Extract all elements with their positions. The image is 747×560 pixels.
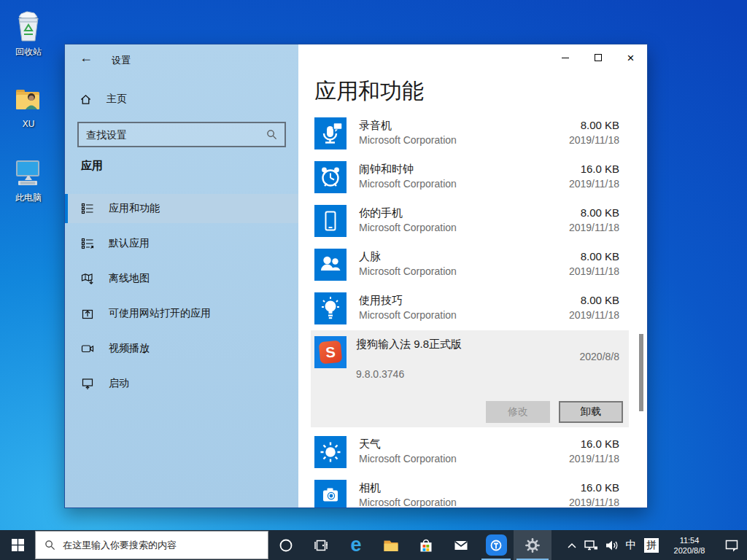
system-tray: 中 拼 11:54 2020/8/8: [563, 530, 747, 560]
app-publisher: Microsoft Corporation: [359, 496, 569, 508]
app-name: 搜狗输入法 9.8正式版: [356, 338, 462, 351]
app-date: 2019/11/18: [569, 265, 619, 279]
sidebar-item-apps-for-websites[interactable]: 可使用网站打开的应用: [65, 299, 298, 328]
close-button[interactable]: ×: [614, 44, 647, 71]
maximize-button[interactable]: [581, 44, 614, 71]
app-row-weather[interactable]: 天气 Microsoft Corporation 16.0 KB 2019/11…: [314, 436, 619, 468]
sidebar-item-home[interactable]: 主页: [80, 93, 127, 106]
app-publisher: Microsoft Corporation: [359, 265, 569, 279]
uninstall-button[interactable]: 卸载: [559, 401, 623, 423]
app-publisher: Microsoft Corporation: [359, 308, 569, 322]
sidebar-item-offline-maps[interactable]: 离线地图: [65, 264, 298, 293]
recycle-bin-shortcut[interactable]: 回收站: [7, 4, 50, 77]
settings-search-input[interactable]: [79, 129, 266, 141]
apps-section-label: 应用: [81, 159, 103, 173]
action-center-icon: [724, 538, 739, 553]
tray-time: 11:54: [674, 535, 705, 545]
weather-icon: [314, 436, 347, 468]
modify-button[interactable]: 修改: [486, 401, 550, 423]
taskbar-search-box[interactable]: [35, 531, 268, 559]
window-title: 设置: [112, 54, 131, 67]
window-controls: ×: [549, 44, 647, 71]
this-pc-icon: [12, 156, 45, 190]
xu-folder-label: XU: [23, 119, 35, 129]
cortana-button[interactable]: [268, 530, 303, 560]
nav-label: 应用和功能: [109, 202, 160, 215]
desktop-icons: 回收站 XU: [7, 4, 50, 223]
network-status-button[interactable]: [581, 530, 601, 560]
store-button[interactable]: [409, 530, 444, 560]
app-row-alarms-clock[interactable]: 闹钟和时钟 Microsoft Corporation 16.0 KB 2019…: [314, 161, 619, 193]
minimize-button[interactable]: [549, 44, 581, 71]
settings-search-box[interactable]: [77, 122, 286, 147]
camera-icon: [314, 480, 347, 508]
settings-main-panel: × 应用和功能 录音机: [298, 44, 647, 508]
app-name: 天气: [359, 437, 569, 451]
file-explorer-button[interactable]: [374, 530, 409, 560]
app-size: 8.00 KB: [569, 118, 619, 133]
pinned-app-button[interactable]: [479, 530, 514, 560]
mail-button[interactable]: [444, 530, 479, 560]
app-row-your-phone[interactable]: 你的手机 Microsoft Corporation 8.00 KB 2019/…: [314, 205, 619, 237]
app-date: 2019/11/18: [569, 221, 619, 235]
start-button[interactable]: [0, 530, 35, 560]
sidebar-nav: 应用和功能 默认应用: [65, 194, 298, 404]
sidebar-item-startup[interactable]: 启动: [65, 369, 298, 398]
app-date: 2019/11/18: [569, 177, 619, 191]
ime-mode-badge: 拼: [644, 538, 659, 553]
video-playback-icon: [81, 342, 94, 355]
app-row-tips[interactable]: 使用技巧 Microsoft Corporation 8.00 KB 2019/…: [314, 292, 619, 324]
app-row-sogou-expanded[interactable]: S 搜狗输入法 9.8正式版 2020/8/8 9.8.0.3746 修改 卸载: [311, 330, 629, 427]
app-publisher: Microsoft Corporation: [359, 452, 569, 466]
xu-folder-shortcut[interactable]: XU: [7, 77, 50, 150]
sogou-icon: S: [314, 336, 347, 368]
app-size: 16.0 KB: [569, 481, 619, 495]
app-name: 录音机: [359, 118, 569, 133]
taskbar: e: [0, 530, 747, 560]
app-name: 闹钟和时钟: [359, 162, 569, 176]
edge-button[interactable]: e: [338, 530, 374, 560]
app-row-people[interactable]: 人脉 Microsoft Corporation 8.00 KB 2019/11…: [314, 249, 619, 281]
scrollbar-thumb[interactable]: [639, 334, 643, 411]
clock-button[interactable]: 11:54 2020/8/8: [662, 530, 716, 560]
cortana-icon: [279, 538, 293, 553]
tips-icon: [314, 292, 347, 324]
app-size: 16.0 KB: [569, 162, 619, 176]
this-pc-shortcut[interactable]: 此电脑: [7, 150, 50, 223]
home-icon: [80, 93, 92, 106]
alarm-clock-icon: [314, 161, 347, 193]
app-date: 2019/11/18: [569, 308, 619, 322]
task-view-button[interactable]: [303, 530, 338, 560]
home-label: 主页: [107, 93, 127, 106]
people-icon: [314, 249, 347, 281]
default-apps-icon: [81, 237, 94, 250]
settings-window: ← 设置 主页 应用: [64, 44, 648, 508]
network-icon: [584, 539, 598, 552]
ime-language-button[interactable]: 中: [622, 530, 640, 560]
ime-mode-button[interactable]: 拼: [640, 530, 662, 560]
this-pc-label: 此电脑: [15, 192, 42, 204]
action-center-button[interactable]: [716, 530, 747, 560]
sidebar-item-default-apps[interactable]: 默认应用: [65, 229, 298, 258]
settings-taskbar-button[interactable]: [514, 530, 551, 560]
app-name: 人脉: [359, 249, 569, 264]
tray-chevron-button[interactable]: [563, 530, 581, 560]
search-icon: [44, 540, 55, 551]
blue-d-app-icon: [486, 534, 507, 556]
apps-features-icon: [81, 202, 94, 215]
sidebar-item-video-playback[interactable]: 视频播放: [65, 334, 298, 363]
app-row-camera[interactable]: 相机 Microsoft Corporation 16.0 KB 2019/11…: [314, 480, 619, 508]
back-button[interactable]: ←: [80, 50, 93, 66]
taskbar-search-input[interactable]: [63, 540, 268, 551]
recycle-bin-icon: [12, 10, 45, 44]
sogou-logo: S: [319, 341, 343, 365]
app-list: 录音机 Microsoft Corporation 8.00 KB 2019/1…: [314, 117, 619, 508]
sidebar-item-apps-features[interactable]: 应用和功能: [65, 194, 298, 223]
volume-button[interactable]: [601, 530, 622, 560]
nav-label: 启动: [109, 377, 129, 390]
edge-icon: e: [350, 535, 361, 555]
apps-for-websites-icon: [81, 307, 94, 320]
app-publisher: Microsoft Corporation: [359, 177, 569, 191]
app-row-voice-recorder[interactable]: 录音机 Microsoft Corporation 8.00 KB 2019/1…: [314, 117, 619, 149]
nav-label: 可使用网站打开的应用: [109, 307, 211, 320]
